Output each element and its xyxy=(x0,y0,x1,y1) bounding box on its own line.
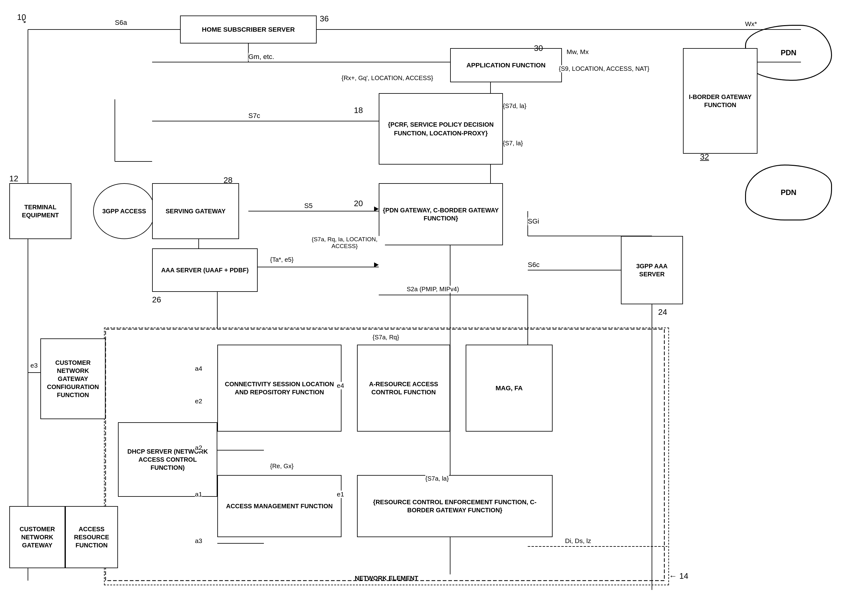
ref-30: 30 xyxy=(534,44,543,53)
3gpp-access-ellipse: 3GPP ACCESS xyxy=(93,183,155,239)
access-resource-box: ACCESS RESOURCE FUNCTION xyxy=(65,506,118,568)
a3-label: a3 xyxy=(195,537,202,545)
application-function-box: APPLICATION FUNCTION xyxy=(450,48,562,82)
a2-label: a2 xyxy=(195,444,202,451)
ref-12: 12 xyxy=(9,174,18,184)
dhcp-server-box: DHCP SERVER (NETWORK ACCESS CONTROL FUNC… xyxy=(118,422,217,497)
e2-label: e2 xyxy=(195,398,202,405)
e3-label: e3 xyxy=(30,362,38,369)
pdn-cloud-top: PDN xyxy=(745,25,832,81)
cng-config-box: CUSTOMER NETWORK GATEWAY CONFIGURATION F… xyxy=(40,338,105,419)
resource-control-box: {RESOURCE CONTROL ENFORCEMENT FUNCTION, … xyxy=(357,475,553,537)
s7d-la-label: {S7d, la} xyxy=(503,102,526,110)
ref-24: 24 xyxy=(658,307,667,317)
s5-label: S5 xyxy=(304,202,312,210)
ref-20: 20 xyxy=(354,199,363,208)
iborder-gateway-box: I-BORDER GATEWAY FUNCTION xyxy=(683,48,758,154)
mw-mx-label: Mw, Mx xyxy=(567,48,589,56)
connectivity-session-box: CONNECTIVITY SESSION LOCATION AND REPOSI… xyxy=(217,345,342,432)
ref-14: ← 14 xyxy=(669,571,688,581)
svg-marker-45 xyxy=(374,206,379,211)
s7a-rq-label: {S7a, Rq} xyxy=(372,334,399,341)
terminal-equipment-box: TERMINAL EQUIPMENT xyxy=(9,183,71,239)
ref-18: 18 xyxy=(354,105,363,115)
e1-right-label: e1 xyxy=(337,490,344,498)
pdn-gateway-box: {PDN GATEWAY, C-BORDER GATEWAY FUNCTION} xyxy=(379,183,503,245)
ref-32: 32 xyxy=(700,152,709,162)
s7a-la-label: {S7a, la} xyxy=(425,475,449,482)
s9-label: {S9, LOCATION, ACCESS, NAT} xyxy=(559,65,650,72)
rx-gq-label: {Rx+, Gq', LOCATION, ACCESS} xyxy=(342,74,433,82)
a-resource-box: A-RESOURCE ACCESS CONTROL FUNCTION xyxy=(357,345,450,432)
ref-26: 26 xyxy=(152,295,161,305)
s7a-rq-la-label: {S7a, Rq, la, LOCATION, ACCESS} xyxy=(304,236,385,250)
s7-la-label: {S7, la} xyxy=(503,140,523,147)
ref-36: 36 xyxy=(320,14,329,24)
s7c-label: S7c xyxy=(248,112,260,120)
sgi-label: SGi xyxy=(528,217,539,225)
3gpp-aaa-server-box: 3GPP AAA SERVER xyxy=(621,236,683,304)
di-ds-lz-label: Di, Ds, lz xyxy=(565,537,591,545)
wx-label: Wx* xyxy=(745,20,757,28)
gm-label: Gm, etc. xyxy=(248,53,274,61)
e4-label: e4 xyxy=(337,382,344,389)
pcrf-box: {PCRF, SERVICE POLICY DECISION FUNCTION,… xyxy=(379,93,503,165)
svg-marker-46 xyxy=(374,262,379,267)
access-management-box: ACCESS MANAGEMENT FUNCTION xyxy=(217,475,342,537)
serving-gateway-box: SERVING GATEWAY xyxy=(152,183,239,239)
pdn-cloud-bottom: PDN xyxy=(745,165,832,220)
a4-label: a4 xyxy=(195,365,202,372)
a1-label: a1 xyxy=(195,490,202,498)
home-subscriber-server-box: HOME SUBSCRIBER SERVER xyxy=(180,16,317,44)
ta-e5-label: {Ta*, e5} xyxy=(270,256,294,263)
s6a-label: S6a xyxy=(115,19,127,27)
re-gx-label: {Re, Gx} xyxy=(270,463,294,470)
ref-28: 28 xyxy=(223,175,232,185)
aaa-server-box: AAA SERVER (UAAF + PDBF) xyxy=(152,248,257,292)
mag-fa-box: MAG, FA xyxy=(466,345,553,432)
s6c-label: S6c xyxy=(528,261,540,269)
s2a-label: S2a (PMIP, MIPv4) xyxy=(407,286,459,293)
diagram-container: 10 ↘ HOME SUBSCRIBER SERVER 36 S6a APPLI… xyxy=(0,0,868,616)
cng-box: CUSTOMER NETWORK GATEWAY xyxy=(9,506,65,568)
